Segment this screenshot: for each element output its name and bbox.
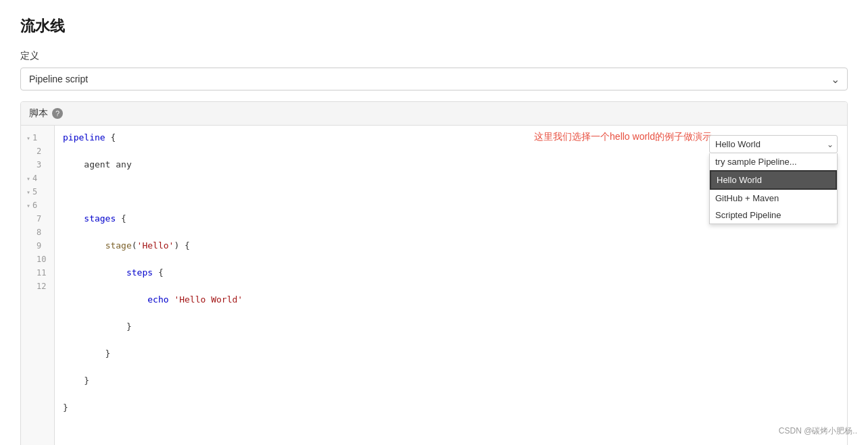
line-num-2: 2 [21, 145, 54, 158]
definition-label: 定义 [20, 50, 848, 62]
line-num-12: 12 [21, 280, 54, 293]
script-section: 脚本 ? 这里我们选择一个hello world的例子做演示 Hello Wor… [20, 101, 848, 445]
line-num-9: 9 [21, 239, 54, 253]
script-header: 脚本 ? [21, 102, 847, 126]
line-num-11: 11 [21, 266, 54, 280]
script-label: 脚本 [29, 107, 48, 120]
page-title: 流水线 [20, 16, 848, 36]
definition-dropdown-container: Pipeline script Pipeline script from SCM… [20, 68, 848, 90]
line-num-1: ▾1 [21, 131, 54, 145]
definition-dropdown[interactable]: Pipeline script Pipeline script from SCM [20, 68, 848, 90]
line-num-5: ▾5 [21, 185, 54, 199]
line-num-4: ▾4 [21, 172, 54, 185]
sample-option-try[interactable]: try sample Pipeline... [710, 153, 837, 170]
sample-option-scripted[interactable]: Scripted Pipeline [710, 207, 837, 224]
sample-select-wrapper[interactable]: Hello World try sample Pipeline... GitHu… [709, 135, 838, 153]
line-num-8: 8 [21, 226, 54, 239]
footer-credit: CSDN @碳烤小肥杨.. [779, 425, 857, 437]
line-num-6: ▾6 [21, 199, 54, 212]
line-num-7: 7 [21, 212, 54, 226]
line-numbers: ▾1 2 3 ▾4 ▾5 ▾6 [21, 126, 55, 445]
script-help-icon[interactable]: ? [52, 108, 63, 119]
sample-option-hello-world[interactable]: Hello World [710, 170, 837, 190]
line-num-3: 3 [21, 158, 54, 172]
sample-dropdown[interactable]: Hello World try sample Pipeline... GitHu… [709, 135, 838, 153]
line-num-10: 10 [21, 253, 54, 266]
sample-option-github-maven[interactable]: GitHub + Maven [710, 190, 837, 207]
sample-dropdown-menu: try sample Pipeline... Hello World GitHu… [709, 153, 838, 224]
script-editor-wrapper: 这里我们选择一个hello world的例子做演示 Hello World tr… [21, 126, 847, 445]
